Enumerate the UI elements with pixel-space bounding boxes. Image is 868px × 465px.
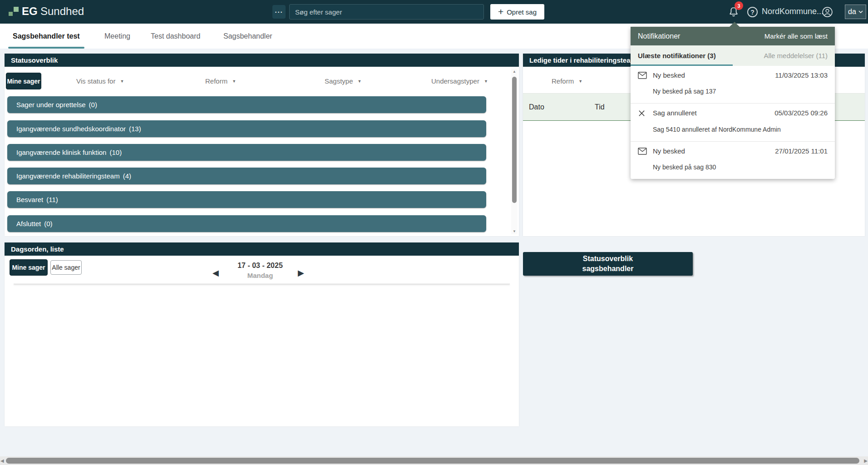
current-weekday: Mandag bbox=[215, 272, 306, 279]
notification-title: Sag annulleret bbox=[653, 109, 774, 117]
status-bar-count: (11) bbox=[46, 196, 58, 203]
status-bar-count: (10) bbox=[109, 148, 122, 156]
status-bar-label: Igangværende klinisk funktion bbox=[16, 148, 106, 156]
slots-panel-title: Ledige tider i rehabiliteringsteam bbox=[529, 56, 636, 64]
tab-test-dashboard[interactable]: Test dashboard bbox=[146, 24, 205, 49]
status-bar-label: Besvaret bbox=[16, 196, 43, 203]
status-panel-scrollbar[interactable]: ▲ ▼ bbox=[511, 69, 518, 234]
agenda-alle-sager-button[interactable]: Alle sager bbox=[50, 260, 82, 275]
filter-vis-status-for[interactable]: Vis status for ▼ bbox=[76, 77, 124, 85]
language-selector[interactable]: da bbox=[845, 5, 866, 19]
notification-item[interactable]: Ny besked 27/01/2025 11:01 Ny besked på … bbox=[631, 142, 835, 179]
notification-dropdown-caret bbox=[730, 22, 740, 27]
tab-all-messages[interactable]: Alle meddelelser (11) bbox=[764, 52, 828, 59]
agenda-list-panel: Dagsorden, liste Mine sager Alle sager ◀… bbox=[5, 242, 519, 426]
filter-label: Reform bbox=[552, 77, 574, 85]
ellipsis-icon: ··· bbox=[275, 8, 283, 16]
horizontal-scrollbar-thumb[interactable] bbox=[6, 458, 859, 464]
status-bar-label: Igangværende sundhedskoordinator bbox=[16, 125, 126, 133]
mark-all-read-button[interactable]: Markér alle som læst bbox=[764, 32, 828, 40]
status-panel-header: Statusoverblik bbox=[5, 54, 519, 67]
mail-icon bbox=[638, 72, 647, 81]
search-input[interactable] bbox=[289, 4, 484, 20]
scroll-right-arrow-icon[interactable]: ▶ bbox=[864, 458, 868, 463]
notifications-dropdown: Notifikationer Markér alle som læst Ulæs… bbox=[631, 27, 835, 179]
status-bar-afsluttet[interactable]: Afsluttet (0) bbox=[7, 215, 486, 232]
status-panel-title: Statusoverblik bbox=[11, 56, 58, 64]
notifications-title: Notifikationer bbox=[638, 32, 680, 40]
scroll-up-arrow-icon[interactable]: ▲ bbox=[511, 69, 518, 74]
tab-meeting[interactable]: Meeting bbox=[100, 24, 135, 49]
status-bar-count: (0) bbox=[89, 101, 97, 109]
notification-title: Ny besked bbox=[653, 71, 775, 79]
scroll-down-arrow-icon[interactable]: ▼ bbox=[511, 229, 518, 233]
column-header-tid: Tid bbox=[595, 94, 605, 120]
tab-unread-notifications[interactable]: Ulæste notifikationer (3) bbox=[638, 52, 716, 59]
more-options-button[interactable]: ··· bbox=[272, 5, 286, 19]
status-bar-label: Sager under oprettelse bbox=[16, 101, 86, 109]
filter-label: Reform bbox=[205, 77, 227, 85]
filter-sagstype[interactable]: Sagstype ▼ bbox=[325, 77, 361, 85]
question-mark-glyph: ? bbox=[750, 9, 755, 16]
statusoverblik-sagsbehandler-button[interactable]: Statusoverblik sagsbehandler bbox=[523, 252, 693, 276]
scrollbar-thumb[interactable] bbox=[512, 77, 517, 203]
caret-down-icon: ▼ bbox=[578, 79, 582, 84]
next-day-arrow-icon[interactable]: ▶ bbox=[298, 268, 304, 278]
caret-down-icon: ▼ bbox=[358, 79, 362, 84]
caret-down-icon: ▼ bbox=[484, 79, 488, 84]
overview-button-line1: Statusoverblik bbox=[583, 254, 633, 264]
status-bar-sager-under-oprettelse[interactable]: Sager under oprettelse (0) bbox=[7, 96, 486, 113]
current-date: 17 - 03 - 2025 bbox=[215, 262, 306, 270]
filter-label: Sagstype bbox=[325, 77, 353, 85]
tab-sagsbehandler[interactable]: Sagsbehandler bbox=[219, 24, 277, 49]
status-bar-count: (4) bbox=[123, 172, 131, 180]
notification-item[interactable]: Sag annulleret 05/03/2025 09:26 Sag 5410… bbox=[631, 104, 835, 142]
status-bar-igangvaerende-sundhedskoordinator[interactable]: Igangværende sundhedskoordinator (13) bbox=[7, 120, 486, 137]
notification-item[interactable]: Ny besked 11/03/2025 13:03 Ny besked på … bbox=[631, 66, 835, 104]
notifications-tabs: Ulæste notifikationer (3) Alle meddelels… bbox=[631, 45, 835, 66]
brand-mark: EG bbox=[22, 5, 38, 18]
status-bar-label: Afsluttet bbox=[16, 220, 41, 228]
user-avatar-icon[interactable] bbox=[822, 6, 833, 18]
notifications-header: Notifikationer Markér alle som læst bbox=[631, 27, 835, 45]
notification-time: 11/03/2025 13:03 bbox=[775, 71, 828, 79]
status-bar-label: Igangværende rehabiliteringsteam bbox=[16, 172, 120, 180]
date-display: 17 - 03 - 2025 Mandag bbox=[215, 262, 306, 279]
plus-icon: + bbox=[498, 7, 503, 16]
scroll-left-arrow-icon[interactable]: ◀ bbox=[0, 458, 4, 463]
status-bar-igangvaerende-klinisk-funktion[interactable]: Igangværende klinisk funktion (10) bbox=[7, 144, 486, 161]
notification-title: Ny besked bbox=[653, 147, 775, 155]
status-bar-besvaret[interactable]: Besvaret (11) bbox=[7, 191, 486, 208]
notification-text: Sag 5410 annulleret af NordKommune Admin bbox=[653, 126, 828, 133]
notification-text: Ny besked på sag 137 bbox=[653, 88, 828, 95]
agenda-divider bbox=[14, 284, 510, 284]
status-bar-igangvaerende-rehabiliteringsteam[interactable]: Igangværende rehabiliteringsteam (4) bbox=[7, 168, 486, 184]
top-header-bar: EG Sundhed ··· + Opret sag 3 ? NordKommu… bbox=[0, 0, 868, 24]
filter-label: Undersagstyper bbox=[431, 77, 479, 85]
tab-sagsbehandler-test[interactable]: Sagsbehandler test bbox=[8, 24, 84, 49]
caret-down-icon: ▼ bbox=[232, 79, 236, 84]
help-icon[interactable]: ? bbox=[747, 7, 758, 17]
notification-time: 27/01/2025 11:01 bbox=[775, 147, 828, 155]
status-overview-panel: Statusoverblik Mine sager Vis status for… bbox=[5, 54, 519, 236]
status-bar-count: (13) bbox=[129, 125, 141, 133]
slots-filter-reform[interactable]: Reform ▼ bbox=[552, 77, 582, 85]
mine-sager-button[interactable]: Mine sager bbox=[6, 73, 41, 89]
close-icon bbox=[638, 109, 647, 119]
horizontal-scrollbar[interactable]: ◀ ▶ bbox=[0, 456, 868, 465]
tab-label: Test dashboard bbox=[151, 32, 200, 40]
filter-reform[interactable]: Reform ▼ bbox=[205, 77, 236, 85]
create-case-label: Opret sag bbox=[507, 8, 537, 16]
tab-label: Sagsbehandler test bbox=[13, 32, 80, 40]
eg-logo-square-light bbox=[14, 7, 19, 12]
agenda-mine-sager-button[interactable]: Mine sager bbox=[10, 259, 48, 276]
organization-name[interactable]: NordKommune... bbox=[762, 7, 824, 16]
language-code: da bbox=[848, 8, 856, 16]
create-case-button[interactable]: + Opret sag bbox=[490, 4, 544, 20]
agenda-panel-title: Dagsorden, liste bbox=[11, 245, 64, 253]
status-bar-count: (0) bbox=[44, 220, 52, 228]
tab-label: Sagsbehandler bbox=[223, 32, 272, 40]
brand-name: Sundhed bbox=[40, 5, 84, 18]
filter-undersagstyper[interactable]: Undersagstyper ▼ bbox=[431, 77, 488, 85]
eg-logo-square-dark bbox=[9, 12, 13, 16]
